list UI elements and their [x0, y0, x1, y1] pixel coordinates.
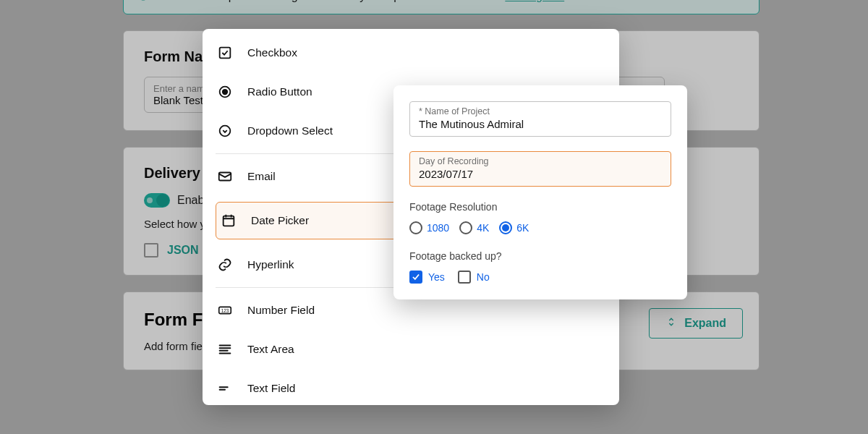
field-type-label: Email [247, 170, 276, 183]
radio-icon [409, 221, 422, 234]
preview-name-value: The Mutinous Admiral [419, 118, 662, 130]
svg-point-3 [223, 90, 227, 94]
radio-label: 4K [477, 222, 489, 234]
field-type-label: Text Area [247, 343, 294, 356]
preview-name-field[interactable]: * Name of Project The Mutinous Admiral [409, 101, 671, 137]
preview-backup-title: Footage backed up? [409, 250, 671, 262]
checkbox-icon [217, 45, 233, 61]
svg-text:123: 123 [221, 308, 229, 313]
email-icon [217, 169, 233, 184]
field-type-label: Checkbox [247, 46, 297, 59]
preview-resolution-group: 1080 4K 6K [409, 221, 671, 234]
checkbox-icon [458, 271, 471, 284]
preview-resolution-title: Footage Resolution [409, 201, 671, 213]
field-type-textfield[interactable]: Text Field [203, 369, 619, 408]
field-type-label: Text Field [247, 382, 295, 395]
check-no[interactable]: No [458, 271, 490, 284]
field-type-textarea[interactable]: Text Area [203, 330, 619, 369]
radio-4k[interactable]: 4K [459, 221, 489, 234]
link-icon [217, 257, 233, 273]
textfield-icon [217, 380, 233, 396]
preview-date-value: 2023/07/17 [419, 168, 662, 180]
calendar-icon [221, 213, 237, 229]
radio-label: 6K [516, 222, 529, 234]
dropdown-icon [217, 123, 233, 139]
radio-icon [217, 84, 233, 100]
radio-icon [459, 221, 472, 234]
radio-6k[interactable]: 6K [499, 221, 529, 234]
number-icon: 123 [217, 302, 233, 318]
radio-icon [499, 221, 512, 234]
field-type-label: Dropdown Select [247, 124, 333, 137]
preview-name-label: * Name of Project [419, 106, 662, 116]
field-type-label: Radio Button [247, 85, 312, 98]
svg-rect-1 [220, 48, 231, 59]
svg-point-4 [220, 126, 231, 137]
field-type-checkbox[interactable]: Checkbox [203, 33, 619, 72]
svg-rect-6 [224, 216, 234, 226]
radio-1080[interactable]: 1080 [409, 221, 449, 234]
check-label: No [477, 271, 490, 283]
field-type-label: Hyperlink [247, 258, 294, 271]
preview-date-field[interactable]: Day of Recording 2023/07/17 [409, 151, 671, 187]
check-label: Yes [428, 271, 445, 283]
form-preview-popover: * Name of Project The Mutinous Admiral D… [393, 85, 687, 299]
field-type-label: Number Field [247, 304, 315, 317]
checkbox-icon [409, 271, 422, 284]
preview-backup-group: Yes No [409, 271, 671, 284]
radio-label: 1080 [427, 222, 449, 234]
textarea-icon [217, 341, 233, 357]
check-yes[interactable]: Yes [409, 271, 445, 284]
preview-date-label: Day of Recording [419, 156, 662, 166]
field-type-label: Date Picker [251, 214, 309, 227]
